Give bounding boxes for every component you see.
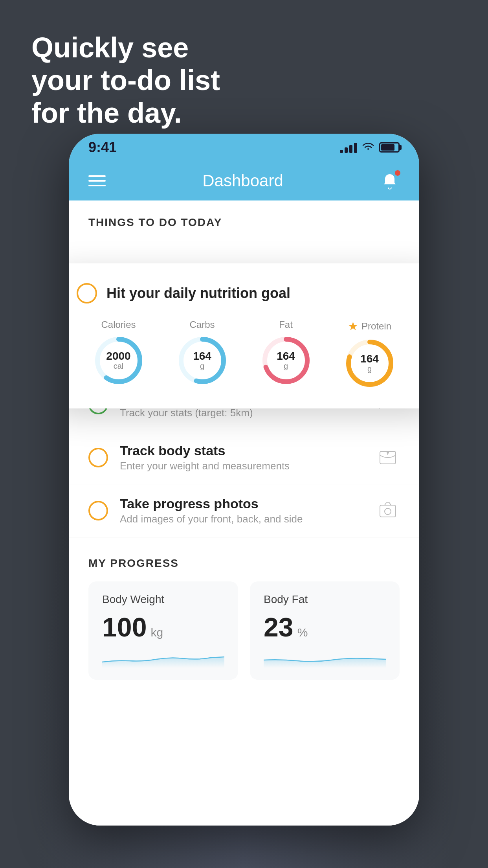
body-fat-unit: % xyxy=(297,626,308,639)
svg-rect-11 xyxy=(380,505,396,517)
status-icons xyxy=(340,141,400,154)
section-header-todo: THINGS TO DO TODAY xyxy=(69,200,419,237)
calories-donut: 2000 cal xyxy=(93,335,144,386)
todo-checkbox-nutrition[interactable] xyxy=(77,283,97,303)
carbs-donut: 164 g xyxy=(177,335,228,386)
body-fat-value-row: 23 % xyxy=(264,614,386,640)
calories-unit: cal xyxy=(106,362,130,371)
body-stats-subtitle: Enter your weight and measurements xyxy=(120,460,364,472)
nutrition-item-carbs: Carbs 164 g xyxy=(177,319,228,386)
protein-unit: g xyxy=(360,364,379,373)
fat-donut: 164 g xyxy=(261,335,312,386)
progress-photos-title: Take progress photos xyxy=(120,496,364,511)
body-stats-info: Track body stats Enter your weight and m… xyxy=(120,443,364,472)
body-weight-chart xyxy=(102,648,224,668)
progress-photos-checkbox[interactable] xyxy=(88,501,108,520)
scale-icon xyxy=(376,446,400,469)
nutrition-card: Hit your daily nutrition goal Calories 2… xyxy=(69,263,419,408)
nutrition-item-protein: ★ Protein 164 g xyxy=(344,319,395,389)
calories-value: 2000 xyxy=(106,351,130,362)
notification-bell[interactable] xyxy=(380,171,400,191)
nutrition-item-calories: Calories 2000 cal xyxy=(93,319,144,386)
svg-point-10 xyxy=(387,452,389,453)
progress-section: MY PROGRESS Body Weight 100 kg xyxy=(69,537,419,691)
protein-value: 164 xyxy=(360,353,379,364)
nav-title: Dashboard xyxy=(202,171,283,190)
signal-icon xyxy=(340,142,357,153)
content-area: THINGS TO DO TODAY Hit your daily nutrit… xyxy=(69,200,419,826)
fat-value: 164 xyxy=(277,351,295,362)
protein-donut: 164 g xyxy=(344,338,395,389)
hamburger-menu[interactable] xyxy=(88,175,106,186)
nav-bar: Dashboard xyxy=(69,161,419,200)
photo-icon xyxy=(376,499,400,522)
running-subtitle: Track your stats (target: 5km) xyxy=(120,407,364,419)
notification-dot xyxy=(394,169,401,177)
progress-header: MY PROGRESS xyxy=(88,557,400,570)
status-bar: 9:41 xyxy=(69,134,419,161)
fat-label: Fat xyxy=(279,319,293,330)
body-fat-chart xyxy=(264,648,386,668)
battery-icon xyxy=(379,142,400,153)
carbs-value: 164 xyxy=(193,351,211,362)
body-stats-checkbox[interactable] xyxy=(88,448,108,467)
todo-item-body-stats[interactable]: Track body stats Enter your weight and m… xyxy=(69,431,419,484)
card-title-row: Hit your daily nutrition goal xyxy=(77,283,411,303)
nutrition-circles: Calories 2000 cal Carbs xyxy=(77,319,411,389)
carbs-unit: g xyxy=(193,362,211,371)
wifi-icon xyxy=(362,141,374,154)
calories-label: Calories xyxy=(101,319,136,330)
body-weight-card[interactable]: Body Weight 100 kg xyxy=(88,581,238,680)
status-time: 9:41 xyxy=(88,139,117,156)
body-weight-title: Body Weight xyxy=(102,593,224,606)
body-weight-value: 100 xyxy=(102,614,147,640)
protein-star-icon: ★ xyxy=(348,319,358,333)
nutrition-item-fat: Fat 164 g xyxy=(261,319,312,386)
svg-point-12 xyxy=(385,508,391,515)
todo-item-progress-photos[interactable]: Take progress photos Add images of your … xyxy=(69,484,419,537)
body-fat-card[interactable]: Body Fat 23 % xyxy=(250,581,400,680)
headline: Quickly see your to-do list for the day. xyxy=(31,31,220,129)
body-weight-value-row: 100 kg xyxy=(102,614,224,640)
body-stats-title: Track body stats xyxy=(120,443,364,458)
body-weight-unit: kg xyxy=(150,626,163,639)
progress-cards: Body Weight 100 kg xyxy=(88,581,400,680)
carbs-label: Carbs xyxy=(189,319,215,330)
progress-photos-subtitle: Add images of your front, back, and side xyxy=(120,513,364,525)
protein-label: Protein xyxy=(361,321,391,332)
body-fat-title: Body Fat xyxy=(264,593,386,606)
nutrition-card-title: Hit your daily nutrition goal xyxy=(106,285,290,302)
body-fat-value: 23 xyxy=(264,614,294,640)
progress-photos-info: Take progress photos Add images of your … xyxy=(120,496,364,525)
fat-unit: g xyxy=(277,362,295,371)
phone-frame: 9:41 Da xyxy=(69,134,419,826)
